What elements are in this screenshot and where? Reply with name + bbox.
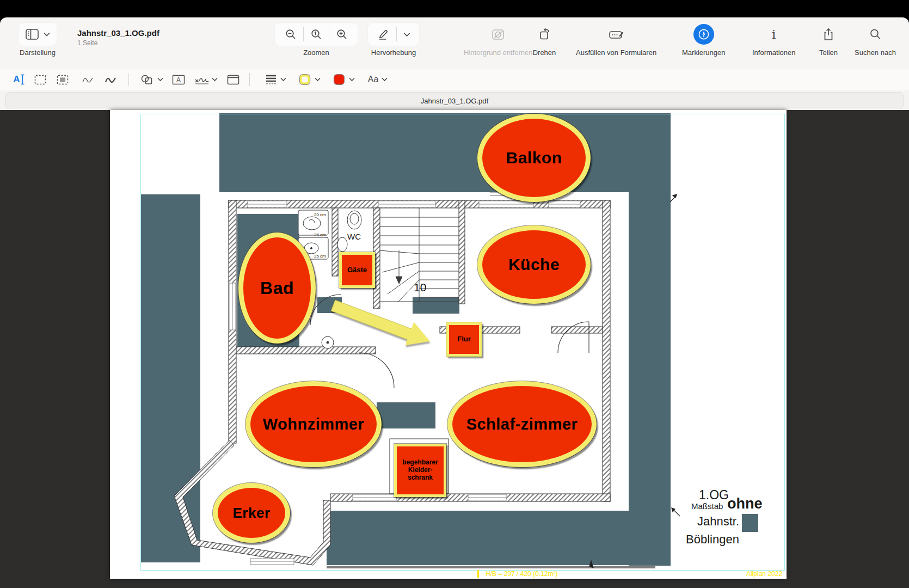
info-icon: i: [772, 28, 776, 41]
draw-icon: [105, 75, 116, 84]
smart-select-tool[interactable]: [54, 69, 71, 90]
highlight-chevron-button[interactable]: [397, 32, 417, 37]
chevron-down-icon: [349, 77, 355, 82]
search-icon: [869, 28, 882, 41]
fill-color-icon: [333, 73, 346, 86]
sketch-icon: [82, 75, 94, 84]
highlight-label: Hervorhebung: [371, 48, 416, 57]
line-style-icon: [265, 74, 277, 85]
smart-select-icon: [57, 75, 69, 85]
chevron-down-icon: [280, 77, 286, 82]
search-button[interactable]: Suchen nach: [855, 23, 896, 57]
border-color-tool[interactable]: [296, 69, 323, 90]
highlight-pen-button[interactable]: [370, 28, 396, 41]
menubar-strip: [0, 0, 909, 17]
signature-icon: [194, 74, 210, 85]
zoom-actual-size-button[interactable]: [304, 28, 329, 41]
share-icon: [822, 27, 835, 41]
main-toolbar: Darstellung Jahnstr_03_1.OG.pdf 1 Seite: [0, 17, 909, 69]
text-selection-tool[interactable]: A: [10, 69, 28, 90]
screen: Darstellung Jahnstr_03_1.OG.pdf 1 Seite: [0, 0, 909, 588]
text-cursor-icon: [20, 74, 25, 85]
rect-select-icon: [34, 75, 46, 85]
rotate-button[interactable]: Drehen: [531, 23, 558, 57]
share-label: Teilen: [819, 48, 838, 57]
sidebar-icon: [25, 28, 39, 40]
line-style-tool[interactable]: [262, 69, 288, 90]
shapes-icon: [140, 74, 155, 85]
draw-tool[interactable]: [102, 69, 119, 90]
info-button[interactable]: i Informationen: [752, 23, 796, 57]
textbox-icon: A: [172, 75, 185, 85]
signature-tool[interactable]: [192, 69, 220, 90]
note-tool[interactable]: [224, 69, 242, 90]
text-style-label: Aa: [368, 75, 379, 84]
zoom-group: Zoomen: [275, 23, 358, 57]
zoom-label: Zoomen: [303, 48, 329, 57]
fill-color-tool[interactable]: [330, 69, 357, 90]
remove-background-icon: [491, 28, 505, 41]
zoom-out-button[interactable]: [278, 28, 303, 41]
document-title: Jahnstr_03_1.OG.pdf: [77, 28, 159, 38]
document-tab-title: Jahnstr_03_1.OG.pdf: [421, 97, 488, 105]
fill-forms-label: Ausfüllen von Formularen: [576, 48, 656, 57]
remove-background-button: Hintergrund entfernen: [464, 23, 532, 57]
document-page-count: 1 Seite: [77, 39, 159, 47]
content-background: [0, 110, 909, 588]
shapes-tool[interactable]: [139, 69, 164, 90]
view-menu-label: Darstellung: [20, 48, 56, 57]
rotate-icon: [537, 27, 551, 41]
divider: [128, 73, 129, 86]
chevron-down-icon: [157, 77, 163, 82]
share-button[interactable]: Teilen: [815, 23, 842, 57]
rect-select-tool[interactable]: [32, 69, 49, 90]
chevron-down-icon: [315, 77, 321, 82]
textbox-tool[interactable]: A: [169, 69, 188, 90]
chevron-down-icon: [212, 77, 218, 82]
sketch-tool[interactable]: [79, 69, 96, 90]
rotate-label: Drehen: [533, 48, 556, 57]
divider: [249, 73, 250, 86]
note-icon: [227, 75, 239, 85]
text-select-a: A: [13, 74, 20, 85]
document-tab[interactable]: Jahnstr_03_1.OG.pdf: [5, 92, 904, 109]
markup-toolbar: A: [0, 69, 909, 91]
svg-text:A: A: [176, 76, 181, 84]
search-label: Suchen nach: [855, 48, 896, 57]
markup-toolbar-label: Markierungen: [682, 48, 726, 57]
markup-toolbar-toggle-button[interactable]: Markierungen: [682, 23, 726, 57]
chevron-down-icon: [44, 32, 50, 36]
remove-background-label: Hintergrund entfernen: [464, 48, 532, 57]
view-menu-button[interactable]: Darstellung: [19, 23, 57, 57]
info-label: Informationen: [752, 48, 796, 57]
fill-forms-button[interactable]: Ausfüllen von Formularen: [576, 23, 656, 57]
text-style-tool[interactable]: Aa: [364, 69, 392, 90]
border-color-icon: [298, 73, 311, 86]
document-title-block: Jahnstr_03_1.OG.pdf 1 Seite: [77, 28, 159, 47]
markup-pen-icon: [693, 24, 714, 45]
fill-forms-icon: [608, 28, 624, 41]
preview-window: Darstellung Jahnstr_03_1.OG.pdf 1 Seite: [0, 17, 909, 588]
highlight-group: Hervorhebung: [368, 23, 419, 57]
zoom-in-button[interactable]: [329, 28, 354, 41]
tab-bar: Jahnstr_03_1.OG.pdf: [0, 90, 909, 110]
chevron-down-icon: [382, 77, 388, 82]
